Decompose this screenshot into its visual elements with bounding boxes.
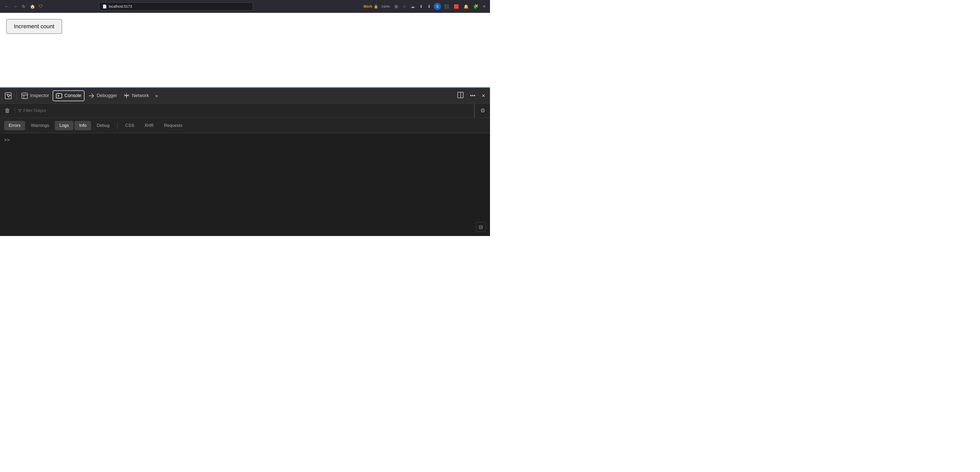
network-label: Network	[132, 93, 149, 98]
debugger-icon	[88, 92, 95, 99]
console-button[interactable]: Console	[52, 90, 84, 101]
options-button[interactable]: •••	[468, 91, 478, 100]
console-prompt: >>	[4, 137, 10, 143]
bell-button[interactable]: 🔔	[462, 3, 470, 10]
element-picker-button[interactable]	[2, 91, 14, 101]
lock-icon: 🔒	[374, 4, 378, 8]
network-button[interactable]: Network	[121, 91, 151, 100]
pick-element-icon	[5, 92, 12, 99]
page-content: Increment count	[0, 13, 490, 87]
console-settings-button[interactable]: ⚙	[479, 106, 487, 116]
tab-xhr[interactable]: XHR	[140, 121, 158, 130]
tab-debug[interactable]: Debug	[92, 121, 114, 130]
tab-logs[interactable]: Logs	[55, 121, 73, 130]
console-filter-toolbar: 🗑 ▽ ⚙	[0, 104, 490, 118]
devtools-toolbar: Inspector Console Debugger Network	[0, 88, 490, 104]
reload-button[interactable]: ↻	[21, 3, 27, 10]
browser-right-icons: Work 🔒 240% ⊞ ☆ ☁ ⬇ ⬇ S ⬛ 🟥 🔔 🧩 ≡	[363, 3, 487, 10]
side-panel-button[interactable]: ⊟	[476, 222, 486, 232]
devtools-right-actions: ••• ✕	[455, 90, 488, 101]
console-output-area: >> ⊟	[0, 133, 490, 236]
svg-rect-0	[5, 93, 11, 99]
filter-separator	[15, 107, 15, 114]
console-filter-tabs: Errors Warnings Logs Info Debug CSS XHR …	[0, 118, 490, 133]
close-devtools-button[interactable]: ✕	[479, 91, 488, 100]
extensions-button[interactable]: ⬛	[442, 3, 451, 10]
home-button[interactable]: 🏠	[29, 3, 37, 10]
url-input[interactable]	[109, 4, 250, 8]
filter-tabs-separator	[117, 122, 118, 129]
layout-toggle-button[interactable]	[455, 90, 466, 101]
layout-icon	[457, 92, 464, 98]
inspector-icon	[21, 92, 28, 99]
puzzle-button[interactable]: 🧩	[472, 3, 480, 10]
nav-buttons: ← → ↻ 🏠	[3, 3, 37, 10]
tab-errors[interactable]: Errors	[4, 121, 25, 130]
devtools-panel: Inspector Console Debugger Network	[0, 87, 490, 236]
page-icon: 📄	[102, 4, 107, 8]
network-icon	[123, 92, 130, 99]
menu-button[interactable]: ≡	[482, 3, 487, 10]
sync-button[interactable]: ⬇	[426, 3, 432, 10]
more-tools-button[interactable]: »	[153, 91, 161, 100]
address-bar: 📄	[99, 2, 253, 11]
browser-toolbar: ← → ↻ 🏠 🛡 📄 Work 🔒 240% ⊞ ☆ ☁ ⬇ ⬇ S ⬛ 🟥 …	[0, 0, 490, 13]
debugger-button[interactable]: Debugger	[86, 91, 119, 100]
svg-rect-1	[22, 93, 27, 99]
inspector-label: Inspector	[30, 93, 49, 98]
filter-input-wrap: ▽	[18, 108, 476, 113]
back-button[interactable]: ←	[3, 3, 10, 10]
shield-icon: 🛡	[39, 4, 43, 9]
app-icon-button[interactable]: 🟥	[452, 3, 460, 10]
console-label: Console	[64, 93, 81, 98]
increment-count-button[interactable]: Increment count	[6, 19, 62, 34]
right-panel-separator	[474, 104, 475, 118]
bookmark-button[interactable]: ☆	[401, 3, 407, 10]
tab-info[interactable]: Info	[75, 121, 91, 130]
filter-icon: ▽	[18, 108, 21, 113]
tab-warnings[interactable]: Warnings	[26, 121, 54, 130]
debugger-label: Debugger	[97, 93, 117, 98]
profile-button[interactable]: S	[434, 3, 441, 10]
prompt-symbol: >>	[4, 137, 10, 143]
zoom-button[interactable]: 240%	[380, 4, 391, 9]
tab-css[interactable]: CSS	[121, 121, 139, 130]
downloads-button[interactable]: ⬇	[418, 3, 424, 10]
tab-requests[interactable]: Requests	[159, 121, 187, 130]
extensions-grid-button[interactable]: ⊞	[393, 3, 399, 10]
console-icon	[56, 92, 62, 99]
clear-console-button[interactable]: 🗑	[3, 106, 12, 116]
chevron-right-double-icon: »	[155, 93, 158, 99]
filter-input[interactable]	[23, 108, 476, 113]
inspector-button[interactable]: Inspector	[19, 91, 52, 100]
work-label: Work	[363, 4, 372, 8]
forward-button[interactable]: →	[12, 3, 19, 10]
pocket-button[interactable]: ☁	[409, 3, 416, 10]
toolbar-separator-1	[16, 91, 17, 100]
